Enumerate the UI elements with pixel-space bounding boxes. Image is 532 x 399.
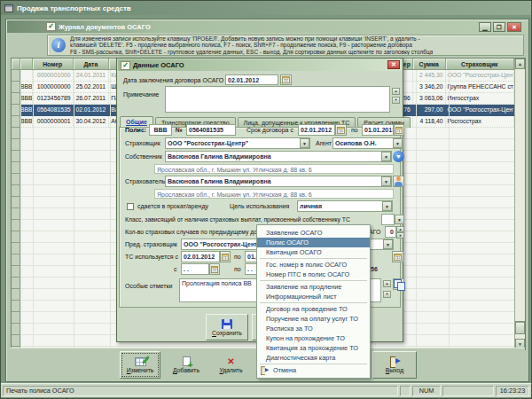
conclusion-date-field[interactable]: 02.01.2012 [225, 74, 278, 85]
prev-insurer-combo-arrow[interactable]: ▼ [383, 239, 393, 249]
usage-from-field[interactable]: 02.01.2012 [181, 251, 220, 262]
note-textarea[interactable] [165, 86, 390, 113]
class-label: Класс, зависящий от наличия страховых вы… [125, 216, 350, 223]
cell-date: 25.02.2011 [74, 82, 110, 93]
policyholder-combo[interactable]: Васюнова Галина Владимировна [165, 176, 392, 187]
status-numlock: NUM [412, 386, 441, 396]
menu-item-to-passing-receipt[interactable]: Квитанция за прохождение ТО [257, 343, 370, 353]
menu-item-cancel[interactable]: Отмена [257, 365, 370, 375]
menu-separator [260, 364, 367, 364]
delete-button[interactable]: ✕ Удалить [211, 351, 251, 379]
spinner-up-icon[interactable]: ▲ [396, 226, 404, 232]
spinner-down-icon[interactable]: ▼ [396, 232, 404, 239]
conclusion-date-calendar-button[interactable] [280, 74, 292, 85]
insurer-combo-arrow[interactable]: ▼ [300, 138, 309, 148]
menu-item-to-payment[interactable]: Поручение на оплату услуг ТО [257, 314, 370, 324]
term-to-calendar-button[interactable] [394, 124, 404, 136]
menu-item-application[interactable]: Заявление ОСАГО [257, 228, 370, 238]
minimize-button[interactable]: ▁ [479, 22, 491, 32]
vertical-scrollbar[interactable]: ▲ ▼ [514, 59, 525, 349]
claims-spinner[interactable]: ▲▼ [396, 226, 404, 238]
term-from-calendar-button[interactable] [335, 124, 347, 136]
app-icon [4, 4, 13, 12]
dates2-from-field[interactable]: . . [181, 263, 209, 275]
journal-title: Журнал документов ОСАГО [59, 23, 151, 31]
note-scroll-up[interactable]: ▲ [392, 88, 400, 95]
purpose-combo-arrow[interactable]: ▼ [382, 201, 392, 211]
note-scroll-down[interactable]: ▼ [392, 97, 400, 104]
policy-number-field[interactable]: 0564081535 [186, 124, 236, 136]
dates2-calendar-button[interactable] [209, 263, 220, 275]
dialog-close-button[interactable]: ✕ [387, 60, 400, 69]
usage-right-calendar-button[interactable] [392, 251, 403, 262]
exit-button[interactable]: Выход [372, 351, 417, 379]
menu-separator [260, 258, 367, 259]
special-scroll-up[interactable]: ▲ [383, 280, 391, 287]
insurer-combo[interactable]: ООО "Росгосстрах-Центр" [165, 137, 310, 149]
menu-item-policy[interactable]: Полис ОСАГО [257, 238, 370, 247]
delete-button-label: Удалить [220, 367, 243, 373]
cell-date: 24.01.2011 [74, 70, 110, 82]
journal-titlebar[interactable]: ✓ Журнал документов ОСАГО ▁ ❐ ✕ [7, 20, 528, 33]
menu-item-renewal[interactable]: Заявление на продление [257, 282, 370, 292]
menu-item-diagnostic-card[interactable]: Диагностическая карта [257, 353, 370, 363]
header-number[interactable]: Номер [33, 59, 74, 69]
usage-from-calendar-button[interactable] [220, 251, 231, 262]
info-line-2: клавишей 'DELETE'. F5 - продление выбран… [70, 42, 433, 48]
special-scroll-down[interactable]: ▼ [383, 291, 391, 298]
add-button[interactable]: Добавить [166, 351, 207, 379]
cell-number: 0000001000 [33, 70, 74, 82]
copy-button[interactable] [393, 278, 404, 290]
term-from-field[interactable]: 02.01.2012 [298, 124, 335, 136]
save-button[interactable]: Сохранить [206, 314, 248, 340]
menu-item-pts-number[interactable]: Номер ПТС в полис ОСАГО [257, 270, 370, 279]
policyholder-select-button[interactable] [393, 176, 404, 187]
policy-series-field[interactable]: ВВВ [149, 124, 172, 136]
row-selector [12, 93, 20, 105]
close-button[interactable]: ✕ [507, 22, 521, 32]
menu-item-info-sheet[interactable]: Информационный лист [257, 292, 370, 301]
agent-combo-arrow[interactable]: ▼ [393, 138, 403, 148]
menu-item-to-coupon[interactable]: Купон на прохождение ТО [257, 333, 370, 343]
cell-series: ВВВ [20, 82, 33, 93]
policy-no-sign: № [176, 127, 183, 133]
owner-select-button[interactable]: ▼ [393, 151, 404, 162]
status-panel-empty-2 [442, 386, 494, 396]
maximize-button[interactable]: ❐ [493, 22, 505, 32]
rent-checkbox-label: сдается в прокат/аренду [137, 203, 208, 209]
policyholder-combo-arrow[interactable]: ▼ [381, 176, 391, 186]
header-date[interactable]: Дата [74, 59, 110, 69]
cell-insurer: ООО "Росгосстрах-Центр [446, 105, 514, 116]
usage-label: ТС используется с [125, 254, 178, 260]
cell-sum: 3 346,20 [413, 82, 446, 93]
class-field[interactable] [381, 214, 395, 225]
cell-number: 0123456789 [33, 93, 74, 105]
gridline [20, 70, 21, 349]
rent-checkbox[interactable] [127, 203, 134, 210]
owner-combo[interactable]: Васюнова Галина Владимировна [165, 151, 392, 162]
usage-to-label: по [234, 254, 241, 260]
purpose-combo[interactable]: личная [297, 200, 393, 212]
class-combo-arrow[interactable]: ▼ [395, 215, 404, 224]
claims-count-field[interactable]: 0 [385, 226, 396, 238]
header-sum[interactable]: Сумма [413, 59, 446, 69]
scroll-thumb[interactable] [515, 321, 525, 334]
owner-combo-arrow[interactable]: ▼ [381, 152, 391, 161]
menu-item-gos-number[interactable]: Гос. номер в полис ОСАГО [257, 260, 370, 270]
cell-sum: 3 063,06 [413, 93, 446, 105]
info-icon: i [51, 38, 66, 52]
term-to-field[interactable]: 01.01.2013 [362, 124, 394, 136]
owner-label: Собственник [125, 153, 162, 160]
menu-item-to-contract[interactable]: Договор на проведение ТО [257, 304, 370, 314]
menu-item-receipt[interactable]: Квитанция ОСАГО [257, 247, 370, 257]
menu-item-to-receipt-note[interactable]: Расписка за ТО [257, 324, 370, 333]
menu-separator [260, 280, 367, 281]
header-insurer[interactable]: Страховщик [446, 59, 514, 69]
edit-button[interactable]: Изменить [120, 351, 160, 379]
cell-number: 0000000001 [33, 116, 74, 128]
scroll-up-button[interactable]: ▲ [515, 59, 525, 69]
exit-door-icon [389, 356, 401, 366]
term-to-label: по [351, 127, 358, 133]
header-series[interactable] [20, 59, 33, 69]
dialog-titlebar[interactable]: ✓ Данные ОСАГО [118, 59, 402, 71]
